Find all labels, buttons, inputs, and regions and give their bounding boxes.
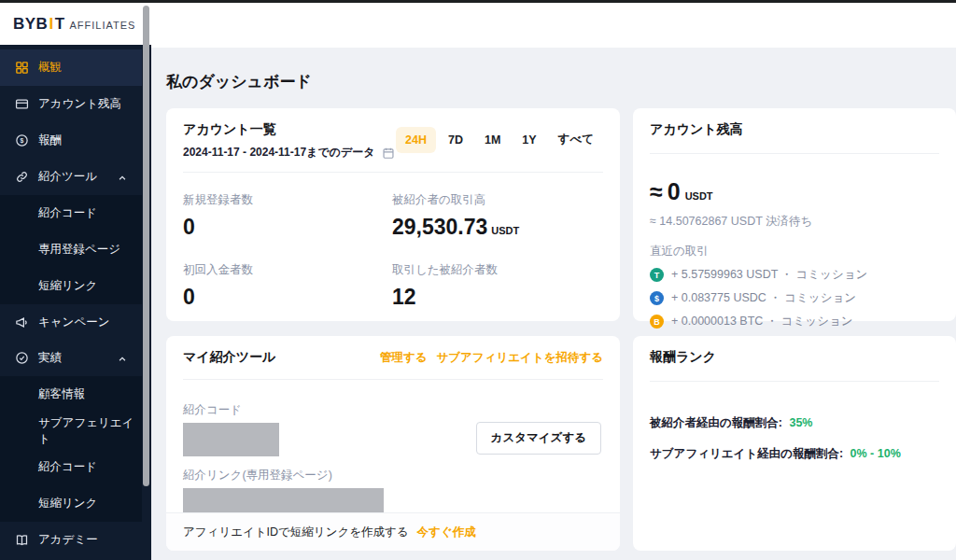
tab-24h[interactable]: 24H (396, 127, 436, 153)
sub-affiliate-commission-row: サブアフィリエイト経由の報酬割合: 0% - 10% (650, 446, 939, 462)
customize-button[interactable]: カスタマイズする (476, 422, 601, 455)
stat-new-registrants: 新規登録者数 0 (183, 192, 392, 240)
chevron-up-icon[interactable] (118, 354, 127, 363)
referral-code-label: 紹介コード (183, 402, 603, 418)
rank-row-value: 0% - 10% (851, 447, 901, 460)
link-icon (15, 170, 29, 184)
transaction-text: + 5.57599963 USDT ・ コミッション (671, 267, 867, 283)
sidebar-item-label: 紹介ツール (38, 169, 97, 185)
btc-coin-icon: B (650, 315, 664, 329)
sidebar-subitem-customer-info[interactable]: 顧客情報 (0, 376, 142, 413)
megaphone-icon (15, 315, 29, 329)
chevron-up-icon[interactable] (118, 173, 127, 182)
pending-settlement-text: ≈ 14.50762867 USDT 決済待ち (650, 214, 939, 230)
sidebar-item-label: 紹介コード (38, 205, 97, 221)
sidebar-subitem-sub-affiliate[interactable]: サブアフェリエイト (0, 413, 142, 449)
rank-row-label: サブアフィリエイト経由の報酬割合: (650, 447, 843, 460)
sidebar-item-account-balance[interactable]: アカウント残高 (0, 86, 142, 122)
rank-card-title: 報酬ランク (650, 349, 939, 366)
approx-symbol: ≈ (650, 178, 663, 205)
svg-text:$: $ (21, 137, 24, 145)
stat-label: 初回入金者数 (183, 262, 392, 278)
divider (183, 172, 603, 173)
badge-icon (15, 351, 29, 365)
referee-commission-row: 被紹介者経由の報酬割合: 35% (650, 415, 939, 431)
stat-value: 29,530.73USDT (392, 215, 603, 240)
overview-card-title: アカウント一覧 (183, 121, 395, 138)
tab-1m[interactable]: 1M (475, 127, 510, 153)
overview-stats: 新規登録者数 0 被紹介者の取引高 29,530.73USDT 初回入金者数 0… (183, 192, 603, 310)
usdt-coin-icon: T (650, 268, 664, 282)
stat-traded-referees: 取引した被紹介者数 12 (392, 262, 603, 310)
manage-link[interactable]: 管理する (380, 350, 428, 366)
sidebar-subitem-short-link-2[interactable]: 短縮リンク (0, 485, 142, 522)
sidebar-item-label: アカデミー (38, 532, 98, 548)
sidebar-item-rewards[interactable]: $ 報酬 (0, 122, 142, 159)
sidebar-item-label: サブアフェリエイト (38, 415, 142, 447)
sidebar-item-label: 実績 (38, 350, 62, 366)
stat-referee-volume: 被紹介者の取引高 29,530.73USDT (392, 192, 603, 240)
sidebar: BYBIT AFFILIATES 概観 アカウント残高 $ 報酬 紹介ツール 紹… (0, 3, 142, 560)
invite-sub-affiliate-link[interactable]: サブアフィリエイトを招待する (436, 350, 603, 366)
stat-label: 被紹介者の取引高 (392, 192, 603, 208)
grid-icon (15, 61, 29, 75)
divider (650, 153, 939, 154)
wallet-icon (15, 97, 29, 111)
sidebar-subitem-referral-code[interactable]: 紹介コード (0, 195, 142, 231)
tab-all[interactable]: すべて (549, 125, 603, 154)
transaction-text: + 0.0000013 BTC ・ コミッション (671, 314, 853, 329)
sidebar-subitem-referral-code-2[interactable]: 紹介コード (0, 449, 142, 485)
scrollbar-thumb[interactable] (143, 6, 149, 486)
sidebar-item-academy[interactable]: アカデミー (0, 522, 142, 558)
sidebar-item-campaign[interactable]: キャンペーン (0, 304, 142, 341)
sidebar-item-label: 紹介コード (38, 459, 97, 475)
rank-row-label: 被紹介者経由の報酬割合: (650, 416, 782, 429)
calendar-icon[interactable] (382, 147, 395, 160)
sidebar-item-label: 短縮リンク (38, 278, 97, 294)
window-top-edge (0, 0, 956, 3)
logo-part1: BYB (13, 15, 48, 34)
dollar-circle-icon: $ (15, 133, 29, 147)
rank-row-value: 35% (789, 416, 812, 429)
sidebar-item-performance[interactable]: 実績 (0, 340, 142, 376)
transaction-row: T + 5.57599963 USDT ・ コミッション (650, 267, 939, 283)
stat-first-depositors: 初回入金者数 0 (183, 262, 392, 310)
bybit-affiliates-logo: BYBIT AFFILIATES (13, 15, 135, 34)
account-balance-card: アカウント残高 ≈ 0 USDT ≈ 14.50762867 USDT 決済待ち… (633, 108, 956, 321)
balance-card-title: アカウント残高 (650, 121, 939, 138)
referral-card-title: マイ紹介ツール (183, 349, 275, 366)
sidebar-item-label: 報酬 (38, 133, 62, 148)
divider (183, 379, 603, 380)
logo-suffix: AFFILIATES (70, 20, 136, 31)
create-now-link[interactable]: 今すぐ作成 (417, 525, 476, 540)
tab-7d[interactable]: 7D (439, 127, 472, 153)
sidebar-item-label: 顧客情報 (38, 386, 85, 402)
sidebar-subitem-registration-page[interactable]: 専用登録ページ (0, 231, 142, 268)
stat-value: 0 (183, 215, 392, 240)
sidebar-item-label: 専用登録ページ (38, 242, 120, 258)
time-range-tabs: 24H 7D 1M 1Y すべて (396, 125, 603, 154)
short-link-footer: アフィリエイトIDで短縮リンクを作成する 今すぐ作成 (166, 512, 620, 551)
date-range-text: 2024-11-17 - 2024-11-17までのデータ (183, 145, 375, 161)
balance-amount: ≈ 0 USDT (650, 178, 939, 205)
sidebar-nav: 概観 アカウント残高 $ 報酬 紹介ツール 紹介コード 専用登録ページ 短縮リン… (0, 45, 142, 560)
transaction-text: + 0.083775 USDC ・ コミッション (671, 290, 856, 306)
sidebar-scrollbar (142, 3, 151, 560)
divider (650, 381, 939, 382)
logo-separator: I (49, 15, 53, 34)
referral-code-value-redacted (183, 423, 279, 456)
sidebar-item-label: 概観 (38, 60, 62, 76)
stat-label: 新規登録者数 (183, 192, 392, 208)
account-overview-card: アカウント一覧 2024-11-17 - 2024-11-17までのデータ 24… (166, 108, 620, 321)
sidebar-subitem-short-link[interactable]: 短縮リンク (0, 268, 142, 304)
sidebar-item-overview[interactable]: 概観 (0, 49, 142, 86)
balance-value: 0 (668, 178, 681, 205)
book-icon (15, 533, 29, 547)
sidebar-item-label: キャンペーン (38, 315, 109, 330)
my-referral-tools-card: マイ紹介ツール 管理する サブアフィリエイトを招待する 紹介コード カスタマイズ… (166, 336, 620, 551)
sidebar-item-label: アカウント残高 (38, 96, 121, 112)
tab-1y[interactable]: 1Y (513, 127, 545, 153)
referral-link-label: 紹介リンク(専用登録ページ) (183, 468, 603, 483)
sidebar-item-referral-tools[interactable]: 紹介ツール (0, 159, 142, 195)
stat-value: 0 (183, 285, 392, 310)
